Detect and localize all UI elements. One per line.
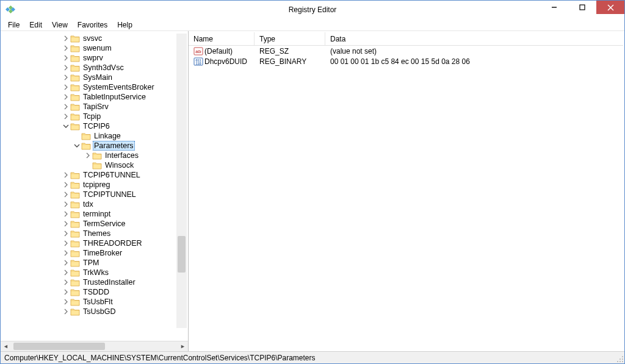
tree-item-label: TCPIP6 (82, 122, 111, 130)
folder-icon (70, 171, 80, 179)
tree-item[interactable]: TCPIP6 (3, 121, 187, 131)
tree-item-label: TsUsbGD (82, 307, 117, 316)
expander-open-icon[interactable] (62, 122, 70, 130)
expander-closed-icon[interactable] (62, 44, 70, 52)
close-button[interactable] (596, 1, 624, 14)
expander-closed-icon[interactable] (62, 83, 70, 91)
expander-closed-icon[interactable] (62, 278, 70, 287)
vertical-scrollbar[interactable] (176, 34, 187, 328)
scrollbar-track[interactable] (11, 341, 178, 351)
folder-icon (70, 288, 80, 296)
folder-icon (70, 54, 80, 62)
tree-item[interactable]: swprv (3, 53, 187, 63)
tree-item[interactable]: tdx (3, 199, 187, 209)
expander-closed-icon[interactable] (62, 239, 70, 248)
tree-item[interactable]: SystemEventsBroker (3, 82, 187, 92)
resize-grip-icon[interactable] (615, 354, 624, 363)
scroll-right-button[interactable]: ► (178, 341, 188, 351)
tree-item-label: TermService (82, 219, 126, 228)
tree-item[interactable]: TrustedInstaller (3, 277, 187, 287)
tree-item[interactable]: TCPIPTUNNEL (3, 190, 187, 199)
expander-closed-icon[interactable] (62, 298, 70, 306)
tree-item[interactable]: TCPIP6TUNNEL (3, 170, 187, 180)
tree-item[interactable]: TPM (3, 258, 187, 268)
expander-closed-icon[interactable] (62, 249, 70, 257)
tree-item[interactable]: TermService (3, 219, 187, 229)
expander-closed-icon[interactable] (62, 93, 70, 101)
tree-item[interactable]: TSDDD (3, 287, 187, 297)
maximize-button[interactable] (568, 1, 596, 14)
menu-help[interactable]: Help (112, 20, 137, 30)
tree-item[interactable]: terminpt (3, 209, 187, 219)
folder-icon (70, 278, 80, 287)
column-header-data[interactable]: Data (325, 32, 623, 45)
titlebar-controls (540, 1, 624, 19)
scrollbar-thumb[interactable] (13, 343, 105, 350)
expander-closed-icon[interactable] (84, 151, 92, 160)
value-type: REG_BINARY (255, 57, 325, 66)
scroll-left-button[interactable]: ◄ (1, 341, 11, 351)
tree-item[interactable]: tcpipreg (3, 180, 187, 190)
expander-closed-icon[interactable] (62, 288, 70, 296)
menu-favorites[interactable]: Favorites (73, 20, 112, 30)
value-name: Dhcpv6DUID (204, 57, 247, 66)
expander-closed-icon[interactable] (62, 180, 70, 189)
expander-closed-icon[interactable] (62, 200, 70, 209)
tree-item[interactable]: SysMain (3, 73, 187, 82)
expander-closed-icon[interactable] (62, 229, 70, 238)
statusbar: Computer\HKEY_LOCAL_MACHINE\SYSTEM\Curre… (1, 351, 624, 363)
tree-item-label: TCPIP6TUNNEL (82, 171, 142, 179)
horizontal-scrollbar[interactable]: ◄ ► (1, 341, 188, 351)
column-header-type[interactable]: Type (255, 32, 325, 45)
column-header-name[interactable]: Name (189, 32, 255, 45)
expander-closed-icon[interactable] (62, 219, 70, 228)
folder-icon (70, 63, 80, 72)
app-icon (5, 5, 15, 15)
svg-point-15 (622, 359, 623, 360)
tree-item[interactable]: TsUsbGD (3, 307, 187, 316)
expander-closed-icon[interactable] (62, 54, 70, 62)
tree-item[interactable]: TsUsbFlt (3, 297, 187, 307)
expander-closed-icon[interactable] (62, 307, 70, 316)
tree-item[interactable]: Tcpip (3, 112, 187, 121)
expander-closed-icon[interactable] (62, 190, 70, 199)
tree-item[interactable]: Linkage (3, 131, 187, 141)
tree-item[interactable]: Synth3dVsc (3, 63, 187, 73)
tree-item[interactable]: TrkWks (3, 268, 187, 277)
expander-open-icon[interactable] (73, 141, 81, 150)
expander-closed-icon[interactable] (62, 112, 70, 121)
tree-item[interactable]: svsvc (3, 34, 187, 43)
registry-tree[interactable]: svsvcswenumswprvSynth3dVscSysMainSystemE… (2, 32, 187, 318)
tree-item[interactable]: Winsock (3, 160, 187, 170)
menu-file[interactable]: File (3, 20, 24, 30)
tree-item[interactable]: swenum (3, 43, 187, 53)
tree-item-label: tdx (82, 200, 95, 209)
minimize-button[interactable] (540, 1, 568, 14)
menu-edit[interactable]: Edit (24, 20, 47, 30)
menu-view[interactable]: View (47, 20, 73, 30)
folder-icon (70, 190, 80, 199)
tree-item[interactable]: THREADORDER (3, 238, 187, 248)
scrollbar-track[interactable] (176, 34, 187, 328)
list-row[interactable]: 011110Dhcpv6DUIDREG_BINARY00 01 00 01 1b… (189, 56, 623, 66)
expander-closed-icon[interactable] (62, 210, 70, 218)
svg-line-7 (608, 5, 613, 10)
tree-item[interactable]: Themes (3, 229, 187, 238)
tree-item[interactable]: TimeBroker (3, 248, 187, 258)
expander-closed-icon[interactable] (62, 73, 70, 82)
expander-closed-icon[interactable] (62, 268, 70, 277)
tree-item[interactable]: Interfaces (3, 151, 187, 160)
expander-closed-icon[interactable] (62, 102, 70, 111)
list-body[interactable]: ab(Default)REG_SZ(value not set)011110Dh… (189, 46, 623, 350)
tree-item[interactable]: TabletInputService (3, 92, 187, 102)
expander-closed-icon[interactable] (62, 171, 70, 179)
list-row[interactable]: ab(Default)REG_SZ(value not set) (189, 46, 623, 56)
expander-closed-icon[interactable] (62, 63, 70, 72)
folder-icon (70, 210, 80, 218)
expander-closed-icon[interactable] (62, 259, 70, 267)
expander-closed-icon[interactable] (62, 34, 70, 43)
tree-item[interactable]: TapiSrv (3, 102, 187, 112)
scrollbar-thumb[interactable] (178, 236, 186, 273)
tree-item[interactable]: Parameters (3, 141, 187, 151)
tree-item-label: Interfaces (104, 151, 140, 160)
